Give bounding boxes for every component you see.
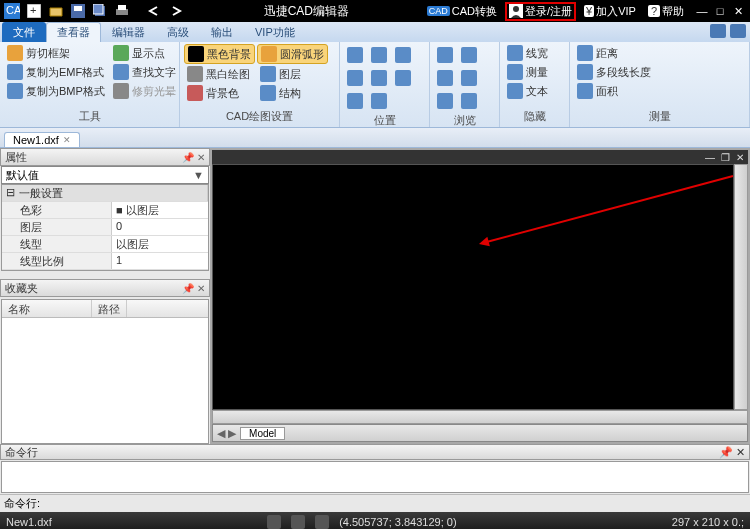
- maximize-button[interactable]: □: [712, 3, 728, 19]
- tab-output[interactable]: 输出: [200, 22, 244, 42]
- zoomin-button[interactable]: [368, 67, 390, 89]
- zoomfit-button[interactable]: [344, 44, 366, 66]
- pin-icon[interactable]: 📌 ✕: [182, 152, 205, 163]
- measure-toggle-button[interactable]: 测量: [504, 63, 551, 81]
- zoomwin-button[interactable]: [344, 67, 366, 89]
- svg-rect-7: [93, 4, 103, 14]
- redo-icon[interactable]: [168, 3, 184, 19]
- cut-frame-button[interactable]: 剪切框架: [4, 44, 108, 62]
- browse4-button[interactable]: [458, 44, 480, 66]
- login-register-button[interactable]: 登录/注册: [505, 2, 576, 21]
- trim-glare-button: 修剪光晕: [110, 82, 179, 100]
- copy-bmp-button[interactable]: 复制为BMP格式: [4, 82, 108, 100]
- command-area: 命令行📌 ✕ 命令行:: [0, 444, 750, 512]
- pin-icon[interactable]: 📌 ✕: [719, 446, 745, 459]
- prop-row-layer[interactable]: 图层0: [2, 219, 208, 236]
- distance-button[interactable]: 距离: [574, 44, 654, 62]
- annotation-arrow: [482, 175, 734, 244]
- browse3-button[interactable]: [434, 90, 456, 112]
- close-button[interactable]: ✕: [730, 3, 746, 19]
- vp-close-icon[interactable]: ✕: [736, 152, 744, 163]
- nav2-button[interactable]: [392, 67, 414, 89]
- vertical-scrollbar[interactable]: [734, 164, 748, 410]
- horizontal-scrollbar[interactable]: [212, 410, 748, 424]
- tab-editor[interactable]: 编辑器: [101, 22, 156, 42]
- open-icon[interactable]: [48, 3, 64, 19]
- text-toggle-button[interactable]: 文本: [504, 82, 551, 100]
- bw-draw-button[interactable]: 黑白绘图: [184, 65, 255, 83]
- command-prompt-label: 命令行:: [4, 496, 40, 511]
- show-points-button[interactable]: 显示点: [110, 44, 179, 62]
- tab-viewer[interactable]: 查看器: [46, 22, 101, 42]
- vp-min-icon[interactable]: —: [705, 152, 715, 163]
- b2-icon: [437, 70, 453, 86]
- browse5-button[interactable]: [458, 67, 480, 89]
- ribbon-style-icon[interactable]: [710, 24, 726, 38]
- pin-icon[interactable]: 📌 ✕: [182, 283, 205, 294]
- bg-color-button[interactable]: 背景色: [184, 84, 255, 102]
- group-browse-label: 浏览: [434, 112, 495, 129]
- title-bar: CAD + 迅捷CAD编辑器 CADCAD转换 登录/注册 ¥加入VIP ?帮助…: [0, 0, 750, 22]
- vip-button[interactable]: ¥加入VIP: [580, 3, 640, 20]
- grid-icon[interactable]: [291, 515, 305, 529]
- fav-col-path[interactable]: 路径: [92, 300, 127, 317]
- fav-col-name[interactable]: 名称: [2, 300, 92, 317]
- pan-button[interactable]: [344, 90, 366, 112]
- prop-row-color[interactable]: 色彩■ 以图层: [2, 202, 208, 219]
- drawing-canvas[interactable]: [212, 164, 734, 410]
- tab-vip[interactable]: VIP功能: [244, 22, 306, 42]
- print-icon[interactable]: [114, 3, 130, 19]
- zoomin-icon: [371, 70, 387, 86]
- prop-row-lscale[interactable]: 线型比例1: [2, 253, 208, 270]
- group-hide-label: 隐藏: [504, 108, 565, 125]
- close-tab-icon[interactable]: ✕: [63, 135, 71, 145]
- save-icon[interactable]: [70, 3, 86, 19]
- default-combo[interactable]: 默认值▼: [1, 166, 209, 184]
- ribbon-help-icon[interactable]: [730, 24, 746, 38]
- tab-file[interactable]: 文件: [2, 22, 46, 42]
- command-history[interactable]: [1, 461, 749, 493]
- left-pane: 属性📌 ✕ 默认值▼ ⊟一般设置 色彩■ 以图层 图层0 线型以图层 线型比例1…: [0, 148, 210, 444]
- svg-rect-5: [74, 6, 82, 11]
- rotate-button[interactable]: [368, 90, 390, 112]
- svg-text:+: +: [30, 4, 36, 16]
- layers-button[interactable]: 图层: [257, 65, 328, 83]
- app-icon: CAD: [4, 3, 20, 19]
- help-button[interactable]: ?帮助: [644, 3, 688, 20]
- cad-convert-button[interactable]: CADCAD转换: [423, 3, 501, 20]
- favorites-list[interactable]: 名称路径: [1, 299, 209, 444]
- bw-icon: [187, 66, 203, 82]
- prop-row-ltype[interactable]: 线型以图层: [2, 236, 208, 253]
- multiline-button[interactable]: 多段线长度: [574, 63, 654, 81]
- command-input[interactable]: [44, 498, 746, 510]
- browse2-button[interactable]: [434, 67, 456, 89]
- lineweight-button[interactable]: 线宽: [504, 44, 551, 62]
- dist-icon: [577, 45, 593, 61]
- structure-button[interactable]: 结构: [257, 84, 328, 102]
- saveall-icon[interactable]: [92, 3, 108, 19]
- undo-icon[interactable]: [146, 3, 162, 19]
- copy-emf-button[interactable]: 复制为EMF格式: [4, 63, 108, 81]
- find-text-button[interactable]: 查找文字: [110, 63, 179, 81]
- arc-smooth-button[interactable]: 圆滑弧形: [257, 44, 328, 64]
- new-icon[interactable]: +: [26, 3, 42, 19]
- ortho-icon[interactable]: [315, 515, 329, 529]
- browse6-button[interactable]: [458, 90, 480, 112]
- group-tools-label: 工具: [4, 108, 175, 125]
- model-tab[interactable]: Model: [240, 427, 285, 440]
- b4-icon: [461, 47, 477, 63]
- black-bg-button[interactable]: 黑色背景: [184, 44, 255, 64]
- tab-advanced[interactable]: 高级: [156, 22, 200, 42]
- lw-icon: [507, 45, 523, 61]
- arc-icon: [261, 46, 277, 62]
- browse1-button[interactable]: [434, 44, 456, 66]
- area-button[interactable]: 面积: [574, 82, 654, 100]
- zoomout-button[interactable]: [368, 44, 390, 66]
- nav1-button[interactable]: [392, 44, 414, 66]
- document-tab[interactable]: New1.dxf✕: [4, 132, 80, 147]
- minimize-button[interactable]: —: [694, 3, 710, 19]
- viewport: —❐✕ ◀ ▶ Model: [212, 150, 748, 442]
- command-header: 命令行📌 ✕: [0, 444, 750, 460]
- vp-restore-icon[interactable]: ❐: [721, 152, 730, 163]
- snap-icon[interactable]: [267, 515, 281, 529]
